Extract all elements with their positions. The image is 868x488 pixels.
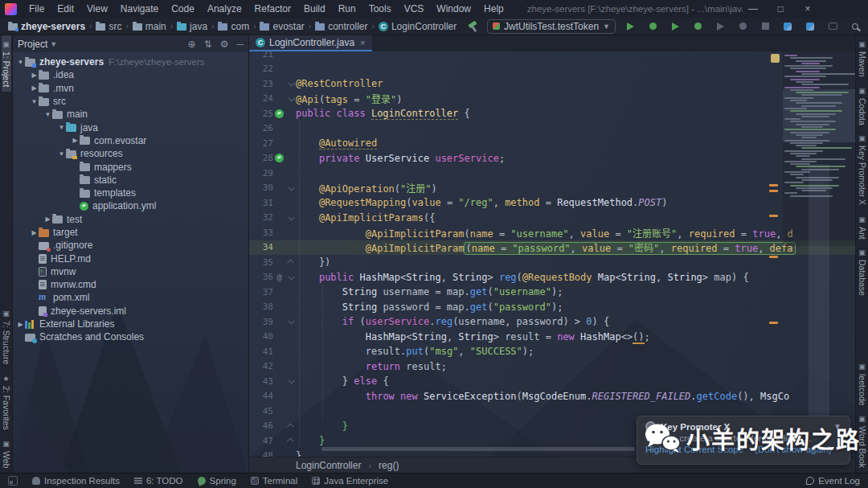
- coverage-button[interactable]: [669, 20, 682, 33]
- inspection-status-square[interactable]: [771, 54, 780, 63]
- status-item-spring[interactable]: Spring: [198, 476, 236, 486]
- strip-tab-key-promoter-x[interactable]: ▣Key Promoter X: [858, 129, 867, 210]
- debug-button[interactable]: [646, 20, 659, 33]
- chevron-down-icon[interactable]: ▼: [50, 40, 57, 48]
- code-line-32[interactable]: 32 @ApiImplicitParams({: [249, 211, 855, 226]
- tree-item-static[interactable]: static: [13, 174, 248, 187]
- code-text[interactable]: return result;: [296, 361, 447, 372]
- fold-marker-icon[interactable]: [285, 379, 296, 383]
- hide-icon[interactable]: ─: [236, 39, 244, 50]
- status-item-6-todo[interactable]: 6: TODO: [134, 476, 183, 486]
- fold-marker-icon[interactable]: [285, 260, 296, 265]
- menu-run[interactable]: Run: [333, 2, 362, 16]
- collapsed-arrow-icon[interactable]: ▶: [30, 84, 39, 92]
- code-text[interactable]: public HashMap<String, String> reg(@Requ…: [296, 272, 749, 283]
- menu-window[interactable]: Window: [431, 2, 477, 16]
- code-line-21[interactable]: 21: [249, 51, 855, 62]
- status-item-inspection-results[interactable]: Inspection Results: [32, 476, 120, 486]
- settings-sync-button[interactable]: [804, 20, 817, 33]
- fold-marker-icon[interactable]: [285, 438, 296, 443]
- breadcrumb-item-com[interactable]: com: [216, 18, 251, 34]
- run-configuration-selector[interactable]: JwtUtilsTest.testToken ▼: [487, 19, 616, 34]
- build-hammer-icon[interactable]: [468, 21, 479, 32]
- fold-marker-icon[interactable]: [285, 96, 296, 101]
- fold-marker-icon[interactable]: [285, 215, 296, 220]
- strip-tab-web[interactable]: ▣Web: [2, 435, 11, 473]
- expanded-arrow-icon[interactable]: ▼: [16, 59, 25, 66]
- strip-tab-word-book[interactable]: ▣Word Book: [858, 410, 867, 473]
- code-line-29[interactable]: 29: [249, 166, 855, 181]
- code-line-43[interactable]: 43 } else {: [249, 374, 855, 389]
- code-text[interactable]: throw new ServiceException(MsgCodeEnum.R…: [296, 391, 789, 402]
- code-text[interactable]: @Api(tags = "登录"): [296, 92, 402, 105]
- notification-link-highlight[interactable]: Highlight Current Scope: [645, 445, 743, 454]
- horizontal-scrollbar[interactable]: [321, 447, 635, 451]
- code-line-26[interactable]: 26: [249, 121, 855, 137]
- run-button[interactable]: [624, 20, 637, 33]
- project-structure-button[interactable]: [781, 20, 794, 33]
- code-editor[interactable]: 212223@RestController24@Api(tags = "登录")…: [249, 51, 855, 457]
- expanded-arrow-icon[interactable]: ▼: [57, 124, 66, 131]
- dump-threads-button[interactable]: [736, 20, 749, 33]
- code-line-25[interactable]: 25public class LoginController {: [249, 106, 855, 121]
- maximize-button[interactable]: □: [770, 3, 791, 14]
- tree-item-templates[interactable]: templates: [13, 187, 248, 199]
- menu-file[interactable]: File: [23, 2, 50, 16]
- status-item-java-enterprise[interactable]: Java Enterprise: [312, 476, 388, 486]
- code-text[interactable]: @RestController: [296, 78, 383, 89]
- tree-item-zheye-servers[interactable]: ▼zheye-serversF:\zheye\zheye-servers: [13, 55, 248, 68]
- code-line-42[interactable]: 42 return result;: [249, 359, 855, 375]
- code-line-22[interactable]: 22: [249, 62, 855, 77]
- menu-view[interactable]: View: [81, 2, 113, 16]
- code-line-23[interactable]: 23@RestController: [249, 76, 855, 92]
- vertical-scrollbar[interactable]: [809, 164, 829, 445]
- code-text[interactable]: }: [296, 435, 325, 446]
- collapsed-arrow-icon[interactable]: ▶: [30, 229, 39, 236]
- code-text[interactable]: public class LoginController {: [296, 108, 470, 119]
- code-line-44[interactable]: 44 throw new ServiceException(MsgCodeEnu…: [249, 389, 855, 404]
- annotation-gutter-icon[interactable]: @: [273, 273, 285, 281]
- tree-item-scratches-and-consoles[interactable]: Scratches and Consoles: [13, 330, 248, 343]
- tree-item-zheye-servers-iml[interactable]: zheye-servers.iml: [13, 305, 248, 318]
- code-line-40[interactable]: 40 HashMap<String, String> result = new …: [249, 330, 855, 345]
- code-line-39[interactable]: 39 if (userService.reg(username, passwor…: [249, 314, 855, 330]
- tree-item-com-evostar[interactable]: ▶com.evostar: [13, 134, 248, 147]
- tree-item--gitignore[interactable]: .gitignore: [13, 239, 248, 252]
- code-text[interactable]: @Autowired: [296, 137, 377, 149]
- notification-balloon[interactable]: Key Promoter X ▼ Want to create a shortc…: [637, 416, 850, 465]
- expanded-arrow-icon[interactable]: ▼: [30, 98, 39, 105]
- tree-item-target[interactable]: ▶target: [13, 226, 248, 239]
- breadcrumb-item-src[interactable]: src: [94, 18, 123, 34]
- tree-item-mappers[interactable]: mappers: [13, 160, 248, 173]
- menu-tools[interactable]: Tools: [363, 2, 397, 16]
- code-lines[interactable]: 212223@RestController24@Api(tags = "登录")…: [249, 51, 855, 457]
- menu-code[interactable]: Code: [166, 2, 200, 16]
- tree-item-mvnw-cmd[interactable]: mvnw.cmd: [13, 278, 248, 291]
- expanded-arrow-icon[interactable]: ▼: [43, 111, 52, 118]
- menu-vcs[interactable]: VCS: [399, 2, 430, 16]
- breadcrumb-class[interactable]: LoginController: [296, 460, 361, 471]
- tree-item-help-md[interactable]: HELP.md: [13, 252, 248, 265]
- search-everywhere-button[interactable]: [849, 20, 862, 33]
- tree-item-mvnw[interactable]: mvnw: [13, 265, 248, 278]
- tree-item-resources[interactable]: ▼resources: [13, 147, 248, 160]
- code-line-38[interactable]: 38 String password = map.get("password")…: [249, 300, 855, 315]
- spring-bean-gutter-icon[interactable]: [273, 154, 285, 162]
- code-line-31[interactable]: 31 @RequestMapping(value = "/reg", metho…: [249, 195, 855, 211]
- tree-item-pom-xml[interactable]: pom.xml: [13, 291, 248, 304]
- code-text[interactable]: @RequestMapping(value = "/reg", method =…: [296, 197, 667, 208]
- code-line-33[interactable]: 33 @ApiImplicitParam(name = "username", …: [249, 225, 855, 240]
- code-text[interactable]: @ApiImplicitParam(name = "password", val…: [296, 240, 795, 254]
- menu-refactor[interactable]: Refactor: [249, 2, 297, 16]
- tab-logincontroller[interactable]: C LoginController.java ×: [249, 35, 372, 51]
- collapsed-arrow-icon[interactable]: ▶: [71, 137, 80, 144]
- collapsed-arrow-icon[interactable]: ▶: [16, 321, 25, 328]
- strip-tab-2-favorites[interactable]: ★2: Favorites: [2, 370, 11, 435]
- code-text[interactable]: private UserService userService;: [296, 153, 505, 164]
- fold-marker-icon[interactable]: [285, 319, 296, 324]
- breadcrumb-item-evostar[interactable]: evostar: [258, 18, 305, 34]
- tree-item--mvn[interactable]: ▶.mvn: [13, 82, 248, 95]
- minimize-button[interactable]: —: [743, 3, 764, 14]
- code-text[interactable]: }: [296, 450, 301, 457]
- tree-item-main[interactable]: ▼main: [13, 108, 248, 121]
